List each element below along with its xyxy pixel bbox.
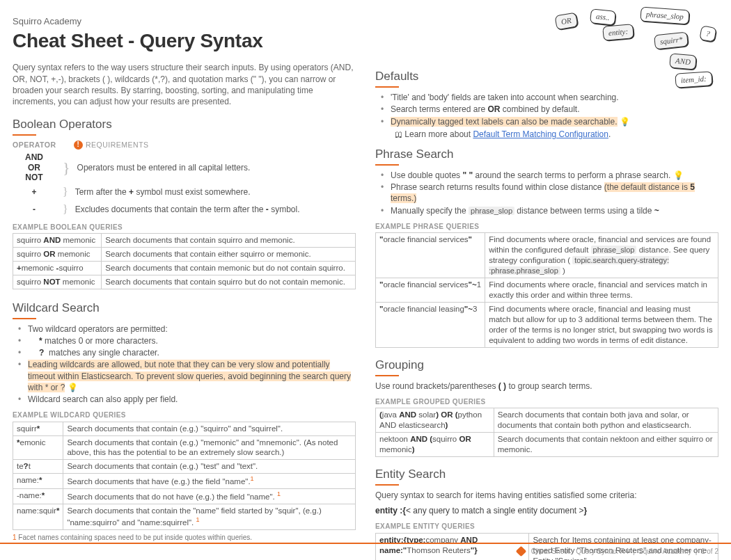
intro-text: Query syntax refers to the way users str… (13, 62, 356, 107)
bulb-icon: 💡 (620, 117, 630, 127)
phrase-bullets: Use double quotes " " around the search … (378, 170, 718, 216)
op-plus: +} Term after the + symbol must exist so… (13, 184, 356, 200)
bulb-icon: 💡 (68, 383, 78, 392)
squirro-icon (516, 546, 527, 557)
op-andornot: ANDORNOT } Operators must be entered in … (13, 152, 356, 182)
example-label: EXAMPLE ENTITY QUERIES (375, 522, 718, 531)
defaults-bullets: 'Title' and 'body' fields are taken into… (378, 92, 718, 127)
learn-more: 🕮 Learn more about Default Term Matching… (375, 129, 718, 140)
bool-table-header: OPERATOR !REQUIREMENTS (13, 140, 356, 150)
footnote: 1 Facet names containing spaces need to … (13, 533, 356, 543)
heading-phrase: Phrase Search (375, 147, 718, 163)
group-table: (java AND solar) OR (python AND elastics… (375, 408, 718, 457)
heading-wildcard: Wildcard Search (13, 301, 356, 317)
example-label: EXAMPLE BOOLEAN QUERIES (13, 223, 356, 232)
heading-defaults: Defaults (375, 69, 718, 85)
group-desc: Use round brackets/parentheses ( ) to gr… (375, 381, 718, 392)
bulb-icon: 💡 (673, 170, 684, 180)
example-label: EXAMPLE GROUPED QUERIES (375, 397, 718, 407)
learn-more-link[interactable]: Default Term Matching Configuration (473, 129, 608, 139)
wild-table: squirr*Search documents that contain (e.… (13, 422, 356, 530)
brand: Squirro Academy (13, 15, 718, 28)
entity-desc: Query syntax to search for items having … (375, 490, 718, 501)
heading-boolean: Boolean Operators (13, 117, 356, 133)
page-title: Cheat Sheet - Query Syntax (13, 28, 718, 54)
wildcard-bullets: Two wildcard operators are permitted: * … (15, 323, 356, 405)
entity-syntax: entity :{< any query to match a single e… (375, 505, 718, 516)
page-footer: Cheat Sheet - Query Syntax R4 | Squirro … (0, 543, 731, 557)
heading-grouping: Grouping (375, 358, 718, 374)
bool-table: squirro AND memonicSearch documents that… (13, 233, 356, 289)
phrase-table: "oracle financial services"Find document… (375, 232, 718, 347)
example-label: EXAMPLE WILDCARD QUERIES (13, 410, 356, 420)
op-minus: -} Excludes documents that contain the t… (13, 202, 356, 217)
alert-icon: ! (74, 141, 83, 150)
example-label: EXAMPLE PHRASE QUERIES (375, 222, 718, 232)
heading-entity: Entity Search (375, 467, 718, 483)
